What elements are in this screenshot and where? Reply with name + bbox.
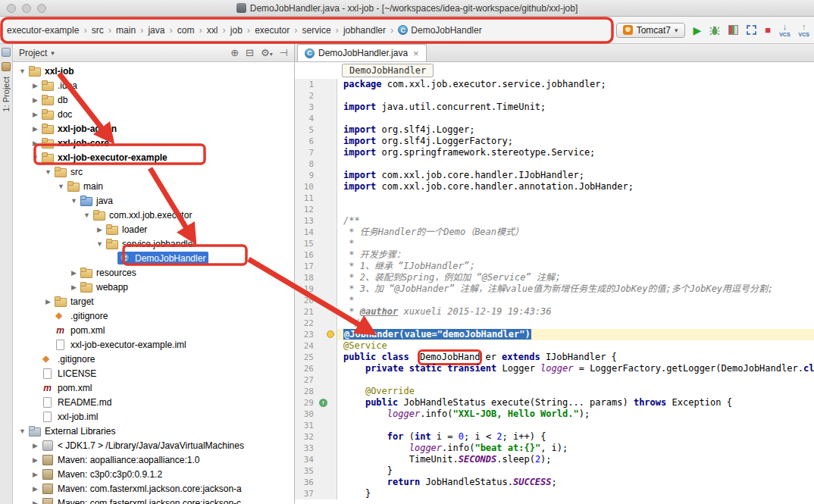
expand-arrow-icon[interactable]: ▶ bbox=[69, 269, 79, 277]
expand-arrow-icon[interactable]: ▶ bbox=[30, 485, 40, 493]
code-line-1[interactable]: 1package com.xxl.job.executor.service.jo… bbox=[295, 79, 814, 90]
code-line-33[interactable]: 33 logger.info("beat at:{}", i); bbox=[295, 443, 814, 454]
code-line-10[interactable]: 10import com.xxl.job.core.handler.annota… bbox=[295, 181, 814, 193]
tree-item-idea[interactable]: ▶.idea bbox=[13, 78, 294, 92]
tree-item-db[interactable]: ▶db bbox=[13, 92, 294, 107]
tree-item-xxl-job-admin[interactable]: ▶xxl-job-admin bbox=[13, 121, 294, 136]
code-editor[interactable]: 1package com.xxl.job.executor.service.jo… bbox=[295, 79, 814, 504]
vcs-update-button[interactable]: ↓ VCS bbox=[779, 23, 790, 37]
tab-close-icon[interactable]: × bbox=[413, 48, 419, 59]
tree-item-maven-aopalliance-aopalliance-1-0[interactable]: ▶Maven: aopalliance:aopalliance:1.0 bbox=[13, 452, 294, 467]
code-line-35[interactable]: 35 } bbox=[295, 465, 814, 477]
tree-item-license[interactable]: LICENSE bbox=[13, 366, 294, 380]
code-line-18[interactable]: 18 * 2、装配到Spring，例如加 “@Service” 注解； bbox=[295, 272, 814, 283]
collapse-arrow-icon[interactable]: ▼ bbox=[17, 427, 27, 435]
tree-item-service-jobhandler[interactable]: ▼service.jobhandler bbox=[13, 236, 294, 251]
code-line-23[interactable]: 23@JobHander(value="demoJobHandler") bbox=[295, 329, 814, 340]
override-method-icon[interactable]: ↑ bbox=[319, 399, 327, 407]
code-line-7[interactable]: 7import org.springframework.stereotype.S… bbox=[295, 147, 814, 158]
expand-arrow-icon[interactable]: ▶ bbox=[30, 96, 40, 104]
code-line-17[interactable]: 17 * 1、继承 “IJobHandler”； bbox=[295, 261, 814, 272]
code-line-13[interactable]: 13/** bbox=[295, 215, 814, 227]
code-line-26[interactable]: 26 private static transient Logger logge… bbox=[295, 363, 814, 374]
breadcrumb-item-executor-example[interactable]: executor-example bbox=[5, 23, 81, 38]
breadcrumb-item-com[interactable]: com bbox=[175, 23, 197, 38]
hide-panel-icon[interactable]: ⊣ bbox=[280, 47, 288, 58]
code-line-30[interactable]: 30 logger.info("XXL-JOB, Hello World."); bbox=[295, 409, 814, 420]
collapse-arrow-icon[interactable]: ▼ bbox=[95, 240, 105, 248]
close-window-button[interactable] bbox=[7, 4, 16, 13]
tree-item-maven-c3p0-c3p0-0-9-1-2[interactable]: ▶Maven: c3p0:c3p0:0.9.1.2 bbox=[13, 467, 294, 481]
tree-item-xxl-job-iml[interactable]: xxl-job.iml bbox=[13, 409, 294, 424]
tree-item-main[interactable]: ▼main bbox=[13, 179, 294, 193]
code-line-29[interactable]: 29↑ public JobHandleStatus execute(Strin… bbox=[295, 397, 814, 409]
code-line-20[interactable]: 20 * bbox=[295, 295, 814, 306]
coverage-icon[interactable] bbox=[728, 25, 738, 35]
code-line-24[interactable]: 24@Service bbox=[295, 340, 814, 352]
collapse-arrow-icon[interactable]: ▼ bbox=[43, 168, 53, 176]
tab-demojobhandler-java[interactable]: C DemoJobHandler.java × bbox=[297, 44, 427, 61]
tree-item-xxl-job-core[interactable]: ▶xxl-job-core bbox=[13, 136, 294, 150]
code-line-5[interactable]: 5import org.slf4j.Logger; bbox=[295, 124, 814, 136]
collapse-arrow-icon[interactable]: ▼ bbox=[17, 67, 27, 75]
run-dashed-icon[interactable] bbox=[747, 25, 756, 35]
breadcrumb-item-jobhandler[interactable]: jobhandler bbox=[341, 23, 388, 38]
code-line-27[interactable]: 27 bbox=[295, 374, 814, 386]
code-line-11[interactable]: 11 bbox=[295, 193, 814, 204]
locate-file-icon[interactable]: ⊕ bbox=[230, 47, 239, 58]
expand-arrow-icon[interactable]: ▶ bbox=[30, 456, 40, 464]
code-line-12[interactable]: 12 bbox=[295, 204, 814, 215]
run-button[interactable]: ▶ bbox=[693, 25, 702, 36]
project-panel-title[interactable]: Project ▾ bbox=[19, 48, 55, 58]
breadcrumb-item-src[interactable]: src bbox=[89, 23, 106, 38]
code-line-19[interactable]: 19 * 3、加 “@JobHander” 注解，注解value值为新增任务生成… bbox=[295, 283, 814, 295]
breadcrumb-item-demojobhandler[interactable]: CDemoJobHandler bbox=[396, 23, 484, 38]
expand-arrow-icon[interactable]: ▶ bbox=[43, 298, 53, 305]
vcs-commit-button[interactable]: ↑ VCS bbox=[799, 23, 809, 37]
code-line-4[interactable]: 4 bbox=[295, 113, 814, 124]
expand-arrow-icon[interactable]: ▶ bbox=[30, 125, 40, 133]
debug-icon[interactable] bbox=[709, 25, 720, 36]
tree-item-doc[interactable]: ▶doc bbox=[13, 107, 294, 121]
tree-item-demojobhandler[interactable]: CDemoJobHandler bbox=[13, 251, 294, 265]
tree-item-target[interactable]: ▶target bbox=[13, 294, 294, 308]
tree-item-com-xxl-job-executor[interactable]: ▼com.xxl.job.executor bbox=[13, 208, 294, 222]
collapse-arrow-icon[interactable]: ▼ bbox=[30, 154, 40, 161]
code-line-2[interactable]: 2 bbox=[295, 90, 814, 102]
tree-item-pom-xml[interactable]: mpom.xml bbox=[13, 380, 294, 395]
breadcrumb-item-service[interactable]: service bbox=[300, 23, 333, 38]
code-line-25[interactable]: 25public class DemoJobHander extends IJo… bbox=[295, 352, 814, 363]
favorites-tool-window-icon[interactable] bbox=[2, 62, 11, 71]
minimize-window-button[interactable] bbox=[22, 4, 31, 13]
tree-item-pom-xml[interactable]: mpom.xml bbox=[13, 323, 294, 337]
run-config-select[interactable]: Tomcat7 ▾ bbox=[616, 23, 685, 38]
tree-item-java[interactable]: ▼java bbox=[13, 193, 294, 208]
stop-button[interactable]: ■ bbox=[765, 25, 771, 35]
collapse-all-icon[interactable]: ⊟ bbox=[246, 47, 254, 58]
expand-arrow-icon[interactable]: ▶ bbox=[30, 111, 40, 118]
code-line-14[interactable]: 14 * 任务Handler的一个Demo（Bean模式） bbox=[295, 227, 814, 238]
code-line-28[interactable]: 28 @Override bbox=[295, 386, 814, 397]
tree-item-readme-md[interactable]: README.md bbox=[13, 395, 294, 409]
code-line-15[interactable]: 15 * bbox=[295, 238, 814, 249]
expand-arrow-icon[interactable]: ▶ bbox=[69, 283, 79, 291]
tree-item-maven-com-fasterxml-jackson-core-jackson[interactable]: ▶Maven: com.fasterxml.jackson.core:jacks… bbox=[13, 496, 294, 504]
code-line-34[interactable]: 34 TimeUnit.SECONDS.sleep(2); bbox=[295, 454, 814, 465]
tree-item-resources[interactable]: ▶resources bbox=[13, 265, 294, 280]
code-line-37[interactable]: 37 } bbox=[295, 488, 814, 499]
tree-item-gitignore[interactable]: .gitignore bbox=[13, 352, 294, 366]
breadcrumb-item-executor[interactable]: executor bbox=[252, 23, 292, 38]
collapse-arrow-icon[interactable]: ▼ bbox=[69, 197, 79, 205]
collapse-arrow-icon[interactable]: ▼ bbox=[82, 211, 92, 219]
code-line-8[interactable]: 8 bbox=[295, 158, 814, 170]
tree-item-gitignore[interactable]: .gitignore bbox=[13, 308, 294, 323]
tree-item-jdk1-7-library-java-javavirtualmachines[interactable]: ▶< JDK1.7 > /Library/Java/JavaVirtualMac… bbox=[13, 438, 294, 452]
tree-item-maven-com-fasterxml-jackson-core-jackson[interactable]: ▶Maven: com.fasterxml.jackson.core:jacks… bbox=[13, 481, 294, 496]
code-line-9[interactable]: 9import com.xxl.job.core.handler.IJobHan… bbox=[295, 170, 814, 181]
breadcrumb-item-java[interactable]: java bbox=[146, 23, 167, 38]
breadcrumb-item-job[interactable]: job bbox=[228, 23, 245, 38]
collapse-arrow-icon[interactable]: ▼ bbox=[56, 183, 66, 190]
project-tool-window-icon[interactable] bbox=[2, 48, 11, 57]
code-line-31[interactable]: 31 bbox=[295, 420, 814, 431]
expand-arrow-icon[interactable]: ▶ bbox=[30, 82, 40, 89]
